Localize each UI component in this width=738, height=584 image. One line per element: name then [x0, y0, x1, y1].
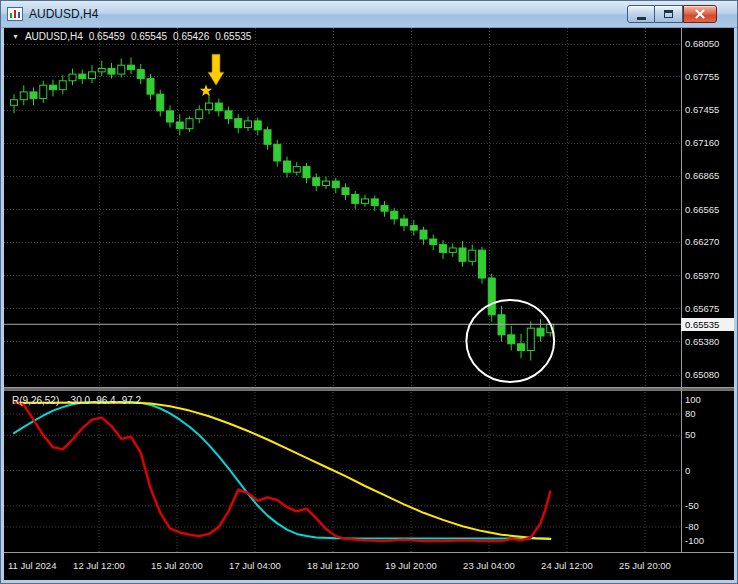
quote-high: 0.65545: [131, 31, 167, 42]
bear-candle: [430, 239, 437, 245]
bear-candle: [128, 65, 135, 69]
candlesticks: [11, 57, 554, 360]
bear-candle: [264, 130, 271, 144]
quote-symbol: AUDUSD,H4: [25, 31, 83, 42]
indicator-tick-label: -50: [685, 500, 699, 511]
bear-candle: [176, 122, 183, 129]
maximize-button[interactable]: [655, 5, 683, 23]
bear-candle: [518, 344, 525, 351]
bear-candle: [420, 230, 427, 239]
indicator-panel[interactable]: 10080500-50-80-100: [4, 392, 704, 552]
price-tick-label: 0.65380: [685, 336, 719, 347]
bear-candle: [401, 219, 408, 226]
bear-candle: [537, 328, 544, 336]
bull-candle: [118, 65, 125, 74]
indicator-tick-label: 50: [685, 429, 696, 440]
time-axis[interactable]: 11 Jul 202412 Jul 12:0015 Jul 20:0017 Ju…: [8, 560, 671, 571]
indicator-tick-label: -100: [685, 535, 704, 546]
price-tick-label: 0.67160: [685, 137, 719, 148]
titlebar[interactable]: AUDUSD,H4: [1, 1, 737, 28]
minimize-button[interactable]: [627, 5, 655, 23]
bull-candle: [89, 72, 96, 79]
bull-candle: [40, 85, 47, 98]
mt4-chart-window: AUDUSD,H4 0.680500.677550.674550.671600.…: [0, 0, 738, 584]
bull-candle: [449, 248, 456, 252]
bear-candle: [147, 79, 154, 95]
bull-candle: [469, 250, 476, 261]
maximize-icon: [664, 10, 673, 18]
bear-candle: [332, 181, 339, 188]
chart-canvas[interactable]: 0.680500.677550.674550.671600.668650.665…: [4, 28, 734, 580]
bear-candle: [274, 144, 281, 161]
panel-divider-highlight: [4, 387, 734, 388]
bear-candle: [498, 315, 505, 335]
bull-candle: [186, 119, 193, 129]
bear-candle: [488, 278, 495, 315]
price-tick-label: 0.66865: [685, 170, 719, 181]
close-icon: [694, 8, 706, 20]
current-price-badge: 0.65535: [681, 318, 734, 331]
bear-candle: [215, 103, 222, 111]
price-tick-label: 0.65970: [685, 270, 719, 281]
time-label: 24 Jul 12:00: [541, 560, 593, 571]
time-label: 19 Jul 20:00: [385, 560, 437, 571]
bull-candle: [98, 69, 105, 72]
indicator-values: -30.0 -96.4 -97.2: [67, 395, 141, 406]
bear-candle: [410, 226, 417, 230]
bear-candle: [479, 250, 486, 278]
panel-dividers: [4, 28, 734, 553]
window-controls: [627, 5, 717, 23]
indicator-tick-label: 0: [685, 465, 690, 476]
time-label: 25 Jul 20:00: [619, 560, 671, 571]
bull-candle: [59, 81, 66, 90]
bull-candle: [11, 100, 18, 106]
bull-candle: [206, 103, 213, 110]
time-label: 23 Jul 04:00: [463, 560, 515, 571]
bull-candle: [293, 167, 300, 173]
bear-candle: [167, 111, 174, 122]
bull-candle: [323, 181, 330, 185]
time-label: 15 Jul 20:00: [151, 560, 203, 571]
bull-candle: [362, 199, 369, 203]
bear-candle: [508, 335, 515, 344]
price-tick-label: 0.66565: [685, 204, 719, 215]
bear-candle: [254, 121, 261, 130]
indicator-line-fast: [14, 402, 550, 541]
minimize-icon: [637, 17, 646, 20]
star-annotation[interactable]: [200, 84, 212, 96]
bear-candle: [108, 69, 115, 75]
bear-candle: [30, 92, 37, 99]
bear-candle: [157, 94, 164, 111]
bear-candle: [371, 199, 378, 206]
price-tick-label: 0.68050: [685, 38, 719, 49]
time-label: 12 Jul 12:00: [73, 560, 125, 571]
bear-candle: [137, 70, 144, 79]
sell-arrow-annotation[interactable]: [208, 54, 224, 85]
window-title: AUDUSD,H4: [29, 7, 98, 21]
time-label: 11 Jul 2024: [8, 560, 56, 571]
bull-candle: [196, 110, 203, 119]
bear-candle: [352, 194, 359, 203]
chart-client-area[interactable]: 0.680500.677550.674550.671600.668650.665…: [4, 28, 734, 580]
indicator-tick-label: 80: [685, 408, 696, 419]
time-label: 18 Jul 12:00: [307, 560, 359, 571]
price-tick-label: 0.66270: [685, 236, 719, 247]
bear-candle: [342, 188, 349, 195]
indicator-name: R(9,26,52): [12, 395, 59, 406]
bull-candle: [245, 121, 252, 128]
symbol-dropdown-icon[interactable]: ▼: [12, 33, 19, 40]
bear-candle: [235, 119, 242, 128]
bear-candle: [440, 245, 447, 253]
panel-divider[interactable]: [4, 388, 734, 391]
price-tick-label: 0.65675: [685, 303, 719, 314]
bear-candle: [313, 178, 320, 186]
quote-bar: ▼ AUDUSD,H4 0.65459 0.65545 0.65426 0.65…: [12, 31, 251, 42]
close-button[interactable]: [683, 5, 717, 23]
bear-candle: [284, 161, 291, 172]
indicator-tick-label: -80: [685, 521, 699, 532]
bull-candle: [527, 328, 534, 350]
bear-candle: [391, 211, 398, 219]
bull-candle: [20, 92, 27, 100]
price-tick-label: 0.65080: [685, 369, 719, 380]
quote-low: 0.65426: [173, 31, 209, 42]
